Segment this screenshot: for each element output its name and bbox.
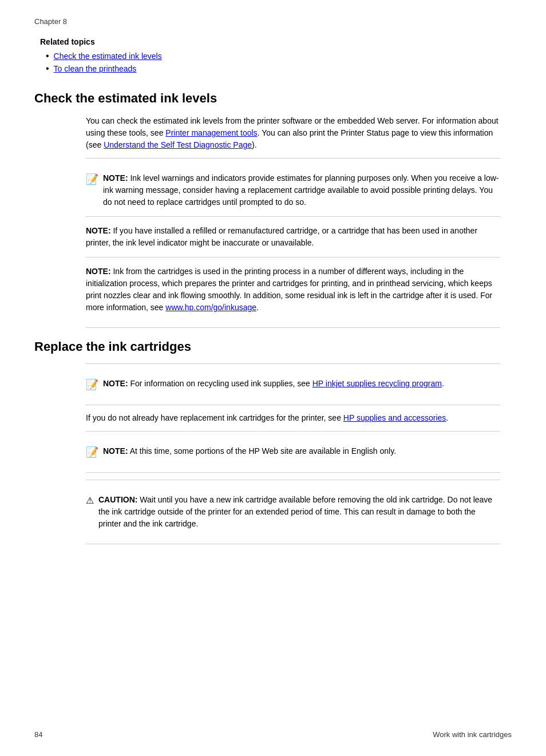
section2-body1b-text: . (446, 413, 448, 422)
section2-body1: If you do not already have replacement i… (86, 412, 500, 424)
note4-label: NOTE: (103, 379, 128, 388)
note-icon-2: 📝 (86, 378, 98, 391)
note2-label: NOTE: (86, 226, 111, 235)
caution-text: CAUTION: Wait until you have a new ink c… (98, 494, 500, 530)
section1-heading: Check the estimated ink levels (34, 91, 512, 106)
note3-label: NOTE: (86, 267, 111, 276)
note-section-1: 📝 NOTE: Ink level warnings and indicator… (86, 158, 500, 328)
note-text-5: NOTE: At this time, some portions of the… (103, 445, 396, 457)
list-item: Check the estimated ink levels (46, 51, 512, 61)
note-text-1: NOTE: Ink level warnings and indicators … (103, 172, 500, 208)
related-link-check-ink[interactable]: Check the estimated ink levels (54, 52, 162, 61)
section1-content: You can check the estimated ink levels f… (34, 115, 512, 328)
section1-body1c-text: ). (252, 140, 257, 149)
note1-label: NOTE: (103, 173, 128, 183)
note-text-2: NOTE: If you have installed a refilled o… (86, 225, 500, 249)
note-text-4: NOTE: For information on recycling used … (103, 378, 444, 390)
related-link-clean-printheads[interactable]: To clean the printheads (54, 64, 137, 73)
caution-label: CAUTION: (98, 495, 137, 504)
list-item: To clean the printheads (46, 64, 512, 74)
related-topics-section: Related topics Check the estimated ink l… (34, 37, 512, 74)
note4-text: For information on recycling used ink su… (130, 379, 312, 388)
printer-mgmt-link[interactable]: Printer management tools (165, 128, 257, 137)
caution-icon: ⚠ (86, 495, 94, 506)
note2-text: If you have installed a refilled or rema… (86, 226, 477, 247)
related-topics-title: Related topics (40, 37, 512, 46)
note-section-2a: 📝 NOTE: For information on recycling use… (86, 363, 500, 405)
note-section-2b: 📝 NOTE: At this time, some portions of t… (86, 431, 500, 473)
section-replace-cartridges: Replace the ink cartridges 📝 NOTE: For i… (34, 339, 512, 544)
note-block-3: NOTE: Ink from the cartridges is used in… (86, 263, 500, 316)
note-icon-3: 📝 (86, 446, 98, 458)
caution-block: ⚠ CAUTION: Wait until you have a new ink… (86, 492, 500, 532)
section2-content: 📝 NOTE: For information on recycling use… (34, 363, 512, 544)
note-block-2: NOTE: If you have installed a refilled o… (86, 223, 500, 251)
caution-body: Wait until you have a new ink cartridge … (98, 495, 492, 528)
inkusage-link[interactable]: www.hp.com/go/inkusage (165, 303, 256, 312)
note5-label: NOTE: (103, 446, 128, 456)
chapter-label: Chapter 8 (34, 17, 512, 26)
related-topics-list: Check the estimated ink levels To clean … (40, 51, 512, 74)
section-check-ink: Check the estimated ink levels You can c… (34, 91, 512, 328)
self-test-page-link[interactable]: Understand the Self Test Diagnostic Page (104, 140, 252, 149)
recycling-program-link[interactable]: HP inkjet supplies recycling program (312, 379, 442, 388)
note4-text-after: . (442, 379, 444, 388)
hp-supplies-link[interactable]: HP supplies and accessories (343, 413, 446, 422)
note-block-5: 📝 NOTE: At this time, some portions of t… (86, 443, 500, 461)
footer-page-number: 84 (34, 730, 42, 739)
note-text-3: NOTE: Ink from the cartridges is used in… (86, 266, 500, 314)
section2-heading: Replace the ink cartridges (34, 339, 512, 354)
divider (86, 216, 500, 217)
footer-section-label: Work with ink cartridges (433, 730, 512, 739)
note3-text: Ink from the cartridges is used in the p… (86, 267, 492, 312)
note-block-4: 📝 NOTE: For information on recycling use… (86, 375, 500, 393)
caution-section: ⚠ CAUTION: Wait until you have a new ink… (86, 480, 500, 544)
section1-body1: You can check the estimated ink levels f… (86, 115, 500, 151)
note3-text-after: . (256, 303, 259, 312)
note-block-1: 📝 NOTE: Ink level warnings and indicator… (86, 170, 500, 211)
page-footer: 84 Work with ink cartridges (34, 730, 512, 739)
section2-body1-text: If you do not already have replacement i… (86, 413, 343, 422)
divider (86, 257, 500, 258)
note5-text: At this time, some portions of the HP We… (130, 446, 396, 456)
note1-content: Ink level warnings and indicators provid… (103, 173, 499, 207)
note-icon-1: 📝 (86, 173, 98, 185)
